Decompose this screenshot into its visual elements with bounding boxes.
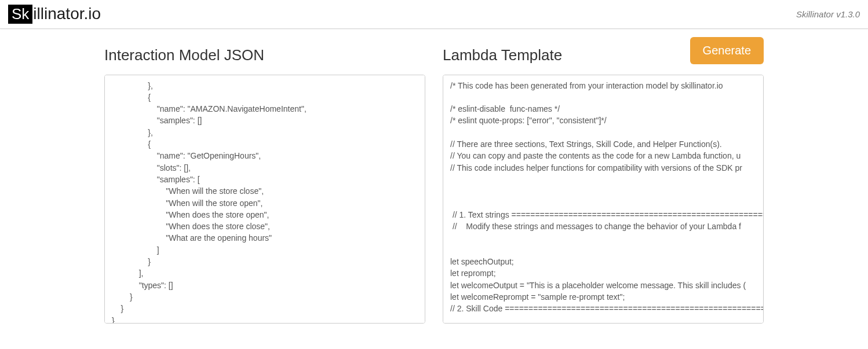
interaction-model-title: Interaction Model JSON bbox=[104, 46, 264, 64]
logo-badge: Sk bbox=[8, 5, 32, 24]
generate-button[interactable]: Generate bbox=[690, 37, 764, 64]
left-panel-header: Interaction Model JSON bbox=[104, 46, 425, 64]
top-header: Sk illinator.io Skillinator v1.3.0 bbox=[0, 0, 868, 29]
version-label: Skillinator v1.3.0 bbox=[796, 9, 860, 19]
lambda-template-panel: Lambda Template Generate bbox=[443, 46, 764, 324]
lambda-template-output[interactable] bbox=[443, 75, 764, 324]
interaction-model-panel: Interaction Model JSON bbox=[104, 46, 425, 324]
right-panel-header: Lambda Template Generate bbox=[443, 46, 764, 64]
app-logo: Sk illinator.io bbox=[8, 5, 101, 24]
logo-text: illinator.io bbox=[33, 5, 101, 23]
interaction-model-json-input[interactable] bbox=[104, 75, 425, 324]
lambda-template-title: Lambda Template bbox=[443, 46, 562, 64]
main-content: Interaction Model JSON Lambda Template G… bbox=[0, 29, 868, 335]
